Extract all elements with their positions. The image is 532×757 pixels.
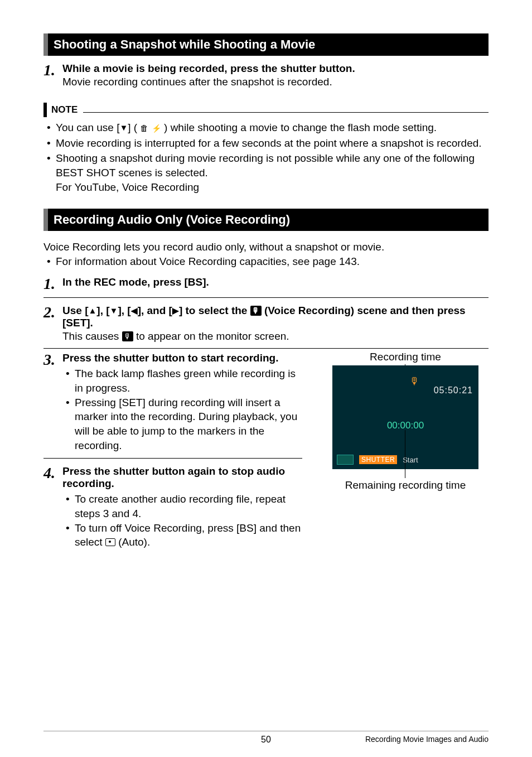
- camera-screen: 🎙 05:50:21 00:00:00 SHUTTER Start: [332, 365, 478, 469]
- step-number: 3.: [43, 352, 62, 368]
- step-title: In the REC mode, press [BS].: [62, 276, 489, 288]
- step-2-section2: 2. Use [▲], [▼], [◀], and [▶] to select …: [43, 305, 489, 343]
- voice-recording-icon: 🎙: [250, 306, 262, 316]
- step-bullet: Pressing [SET] during recording will ins…: [62, 396, 302, 453]
- note-bar-icon: [43, 103, 47, 117]
- down-arrow-icon: ▼: [110, 306, 118, 315]
- step-number: 1.: [43, 276, 62, 292]
- two-column-layout: 3. Press the shutter button to start rec…: [43, 351, 489, 549]
- page-footer: 50 Recording Movie Images and Audio: [43, 731, 489, 744]
- step-text: Movie recording continues after the snap…: [62, 76, 489, 88]
- auto-mode-icon: [105, 538, 115, 546]
- intro-bullet: For information about Voice Recording ca…: [43, 254, 489, 269]
- note-line: [83, 112, 489, 113]
- step-number: 4.: [43, 465, 62, 481]
- section-header-voice-recording: Recording Audio Only (Voice Recording): [43, 209, 489, 231]
- step-title: Use [▲], [▼], [◀], and [▶] to select the…: [62, 305, 489, 329]
- right-arrow-icon: ▶: [172, 306, 179, 316]
- down-arrow-icon: ▼: [119, 122, 128, 133]
- camera-mode-icon: [337, 455, 354, 465]
- voice-recording-icon: 🎙: [122, 331, 133, 341]
- step-4-section2: 4. Press the shutter button again to sto…: [43, 465, 302, 549]
- up-arrow-icon: ▲: [88, 306, 96, 315]
- step-3-section2: 3. Press the shutter button to start rec…: [43, 352, 302, 452]
- remaining-time-label: Remaining recording time: [322, 479, 489, 491]
- intro-paragraph: Voice Recording lets you record audio on…: [43, 240, 489, 268]
- step-1-section2: 1. In the REC mode, press [BS].: [43, 276, 489, 292]
- recording-time-value: 05:50:21: [434, 385, 473, 396]
- step-bullet: To turn off Voice Recording, press [BS] …: [62, 521, 302, 549]
- separator: [43, 297, 489, 298]
- page: Shooting a Snapshot while Shooting a Mov…: [0, 0, 532, 757]
- mic-icon: 🎙: [409, 375, 419, 387]
- pointer-line: [405, 430, 405, 478]
- step-bullet: The back lamp flashes green while record…: [62, 367, 302, 395]
- step-text: This causes 🎙 to appear on the monitor s…: [62, 330, 489, 343]
- section-header-shooting-snapshot: Shooting a Snapshot while Shooting a Mov…: [43, 33, 489, 56]
- step-title: Press the shutter button to start record…: [62, 352, 302, 364]
- shutter-tag: SHUTTER: [359, 455, 397, 464]
- step-number: 2.: [43, 305, 62, 320]
- flash-icon: ⚡: [152, 124, 161, 133]
- separator: [43, 458, 302, 459]
- note-item: You can use [▼] ( 🗑 ⚡ ) while shooting a…: [43, 120, 489, 135]
- step-number: 1.: [43, 62, 62, 78]
- left-arrow-icon: ◀: [131, 306, 138, 316]
- trash-icon: 🗑: [140, 123, 148, 133]
- separator: [43, 348, 489, 349]
- camera-preview-column: Recording time 🎙 05:50:21 00:00:00 SHUTT…: [322, 351, 489, 549]
- note-label: NOTE: [51, 104, 78, 115]
- step-title: Press the shutter button again to stop a…: [62, 465, 302, 490]
- elapsed-counter: 00:00:00: [332, 420, 478, 431]
- note-item: Shooting a snapshot during movie recordi…: [43, 151, 489, 194]
- note-list: You can use [▼] ( 🗑 ⚡ ) while shooting a…: [43, 120, 489, 194]
- step-title: While a movie is being recorded, press t…: [62, 62, 489, 75]
- step-bullet: To create another audio recording file, …: [62, 492, 302, 520]
- step-1-section1: 1. While a movie is being recorded, pres…: [43, 62, 489, 88]
- recording-time-label: Recording time: [322, 351, 489, 363]
- note-heading-row: NOTE: [43, 103, 489, 117]
- page-number: 50: [43, 735, 489, 745]
- note-item: Movie recording is interrupted for a few…: [43, 136, 489, 151]
